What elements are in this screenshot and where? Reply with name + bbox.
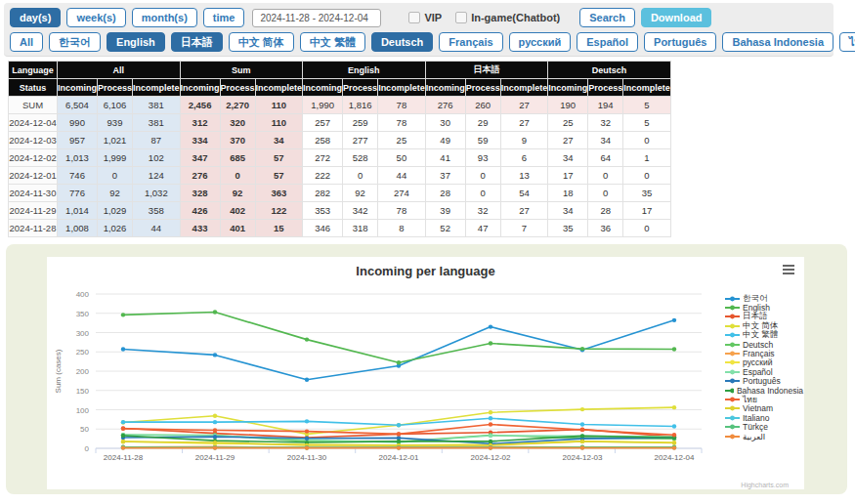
language-button-x[interactable]: 日本語 [171, 32, 223, 52]
language-button-espa-ol[interactable]: Español [577, 32, 638, 52]
data-point[interactable] [397, 432, 401, 436]
cell: 18 [548, 185, 588, 202]
cell: 34 [548, 202, 588, 220]
corner-language-header: Language [9, 62, 58, 79]
checkbox-box-vip[interactable] [408, 12, 420, 23]
data-point[interactable] [121, 347, 125, 351]
legend-item-x[interactable]: 한국어 [725, 294, 803, 303]
data-point[interactable] [305, 445, 309, 449]
language-button-x[interactable]: 한국어 [49, 32, 101, 52]
language-button-deutsch[interactable]: Deutsch [371, 32, 433, 52]
legend-item-portugu-s[interactable]: Português [725, 377, 803, 386]
cell: 44 [133, 220, 181, 237]
subheader-english-process: Process [343, 79, 378, 97]
search-button[interactable]: Search [579, 8, 635, 27]
data-point[interactable] [121, 313, 125, 316]
language-button-x[interactable]: 中文 简体 [229, 32, 294, 52]
data-point[interactable] [397, 440, 401, 443]
data-point[interactable] [397, 423, 401, 427]
subheader-x-incoming: Incoming [425, 79, 465, 97]
data-point[interactable] [121, 427, 125, 431]
language-button-x[interactable]: русский [509, 32, 572, 52]
data-point[interactable] [213, 353, 217, 357]
data-point[interactable] [213, 435, 217, 439]
data-point[interactable] [672, 433, 676, 437]
data-point[interactable] [580, 445, 584, 449]
data-point[interactable] [305, 437, 309, 441]
legend-item-vietnam[interactable]: Vietnam [725, 404, 803, 413]
cell: 35 [548, 220, 588, 237]
language-button-bahasa-indonesia[interactable]: Bahasa Indonesia [722, 32, 834, 52]
legend-item-x[interactable]: ไทย [725, 395, 803, 403]
data-point[interactable] [489, 416, 492, 420]
legend-item-italiano[interactable]: Italiano [725, 413, 803, 422]
chart-menu-icon[interactable] [781, 263, 796, 276]
data-point[interactable] [305, 429, 309, 433]
language-button-portugu-s[interactable]: Português [644, 32, 716, 52]
data-point[interactable] [672, 441, 676, 444]
x-tick-label: 2024-12-01 [379, 453, 419, 462]
cell: 29 [465, 114, 500, 132]
download-button[interactable]: Download [641, 8, 712, 27]
period-button-month-s[interactable]: month(s) [132, 8, 197, 27]
language-button-all[interactable]: All [10, 32, 43, 52]
data-point[interactable] [121, 440, 125, 443]
data-point[interactable] [489, 422, 492, 426]
data-point[interactable] [672, 445, 676, 449]
data-point[interactable] [213, 428, 217, 432]
period-button-day-s[interactable]: day(s) [10, 8, 61, 27]
data-point[interactable] [672, 424, 676, 428]
group-header-deutsch: Deutsch [548, 62, 671, 79]
chart-title: Incoming per language [47, 264, 804, 278]
data-point[interactable] [580, 440, 584, 443]
data-point[interactable] [580, 347, 584, 351]
data-point[interactable] [213, 310, 217, 314]
data-point[interactable] [580, 434, 584, 438]
data-point[interactable] [213, 445, 217, 449]
data-point[interactable] [672, 405, 676, 409]
data-point[interactable] [489, 341, 492, 345]
subheader-x-incomplete: Incomplete [500, 79, 548, 97]
data-point[interactable] [489, 324, 492, 328]
data-point[interactable] [213, 414, 217, 418]
checkbox-box-in-game-chatbot[interactable] [455, 12, 467, 23]
data-point[interactable] [397, 360, 401, 364]
legend-item-t-rk-e[interactable]: Türkçe [725, 422, 803, 431]
data-point[interactable] [489, 410, 492, 414]
cell: 124 [133, 167, 181, 185]
legend-item-espa-ol[interactable]: Español [725, 367, 803, 376]
data-point[interactable] [489, 445, 492, 449]
data-point[interactable] [121, 434, 125, 438]
date-range-input[interactable] [252, 9, 381, 27]
data-point[interactable] [305, 377, 309, 381]
language-button-fran-ais[interactable]: Français [439, 32, 502, 52]
language-button-english[interactable]: English [107, 32, 165, 52]
data-point[interactable] [213, 420, 217, 424]
data-point[interactable] [213, 441, 217, 444]
data-point[interactable] [580, 428, 584, 432]
legend-item-bahasa-indonesia[interactable]: Bahasa Indonesia [725, 386, 803, 395]
legend-marker-icon [725, 433, 740, 441]
legend-item-x[interactable]: русский [725, 358, 803, 367]
data-point[interactable] [672, 347, 676, 351]
language-button-x[interactable]: 中文 繁體 [300, 32, 365, 52]
legend-item-x[interactable]: العربية [725, 432, 803, 441]
data-point[interactable] [305, 419, 309, 423]
data-point[interactable] [580, 407, 584, 411]
data-point[interactable] [672, 318, 676, 322]
period-button-time[interactable]: time [203, 8, 245, 27]
data-point[interactable] [121, 420, 125, 424]
data-point[interactable] [305, 337, 309, 341]
period-buttons: day(s)week(s)month(s)time [10, 8, 244, 27]
language-button-x[interactable]: ไทย [839, 32, 855, 52]
data-point[interactable] [121, 445, 125, 449]
data-point[interactable] [580, 422, 584, 426]
data-point[interactable] [489, 440, 492, 443]
cell: 358 [133, 202, 181, 220]
legend-item-deutsch[interactable]: Deutsch [725, 340, 803, 349]
legend-item-fran-ais[interactable]: Français [725, 349, 803, 357]
legend-item-x[interactable]: 中文 繁體 [725, 331, 803, 340]
data-point[interactable] [489, 434, 492, 438]
data-point[interactable] [397, 445, 401, 449]
period-button-week-s[interactable]: week(s) [66, 8, 125, 27]
